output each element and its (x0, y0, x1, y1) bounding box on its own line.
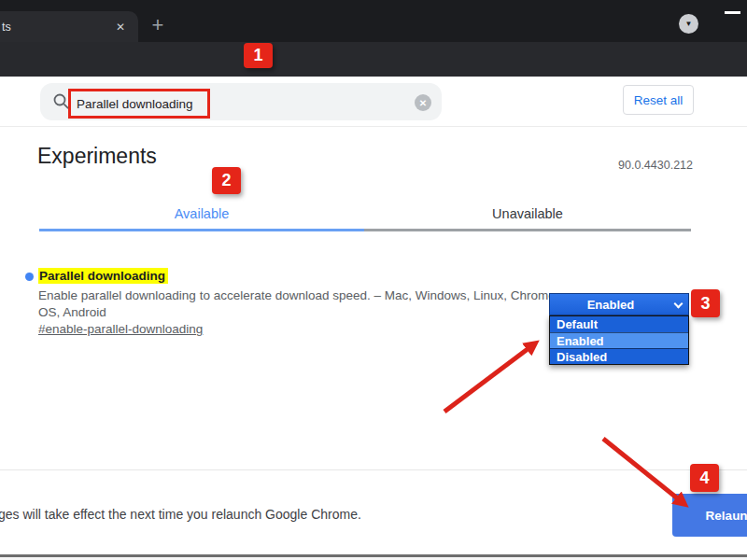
flag-description-line2: OS, Android (38, 305, 106, 319)
tabs-underline-active (39, 229, 364, 231)
flag-select-menu: Default Enabled Disabled (549, 315, 689, 365)
search-value: Parallel downloading (77, 97, 193, 111)
tab-available[interactable]: Available (39, 200, 364, 228)
annotation-step-1: 1 (244, 43, 273, 68)
flag-description-line1: Enable parallel downloading to accelerat… (38, 288, 556, 302)
browser-toolbar: Chrome chrome://flags ☆ (0, 42, 747, 77)
annotation-step-4: 4 (690, 464, 719, 492)
flag-permalink[interactable]: #enable-parallel-downloading (38, 322, 203, 336)
browser-window: ts ✕ + ▼ Chrome chrome://flags ☆ (0, 0, 747, 560)
tab-strip: ts ✕ + ▼ (0, 0, 747, 42)
clear-search-button[interactable]: ✕ (415, 94, 431, 111)
flag-bullet-icon (25, 273, 34, 281)
relaunch-message: ges will take effect the next time you r… (0, 507, 361, 522)
option-default[interactable]: Default (550, 316, 688, 332)
annotation-step-3: 3 (691, 289, 720, 317)
flag-select[interactable]: Enabled (549, 293, 689, 315)
footer-divider (0, 469, 747, 470)
tab-title: ts (0, 21, 116, 34)
relaunch-button[interactable]: Relaunch (672, 494, 747, 537)
browser-tab[interactable]: ts ✕ (0, 11, 138, 42)
annotation-step-2: 2 (212, 167, 241, 194)
header-divider (0, 126, 747, 127)
chrome-version: 90.0.4430.212 (504, 159, 693, 172)
close-tab-icon[interactable]: ✕ (116, 21, 138, 34)
tabs-underline-inactive (364, 229, 691, 231)
page-title: Experiments (37, 144, 157, 169)
flags-page: Parallel downloading 2 ✕ Reset all Exper… (0, 77, 747, 560)
flag-name: Parallel downloading (38, 267, 168, 284)
new-tab-button[interactable]: + (147, 15, 169, 37)
clear-icon: ✕ (419, 98, 427, 108)
tab-unavailable[interactable]: Unavailable (364, 200, 691, 228)
chevron-down-icon (674, 300, 684, 309)
caret-down-icon: ▼ (685, 21, 693, 28)
flag-select-value: Enabled (587, 298, 635, 312)
below-window-area (0, 557, 747, 560)
minimize-button[interactable] (725, 11, 740, 14)
tab-search-button[interactable]: ▼ (679, 14, 698, 34)
reset-all-button[interactable]: Reset all (623, 85, 694, 115)
option-disabled[interactable]: Disabled (550, 348, 688, 364)
option-enabled[interactable]: Enabled (550, 332, 688, 348)
annotation-box-search: Parallel downloading (68, 89, 210, 119)
